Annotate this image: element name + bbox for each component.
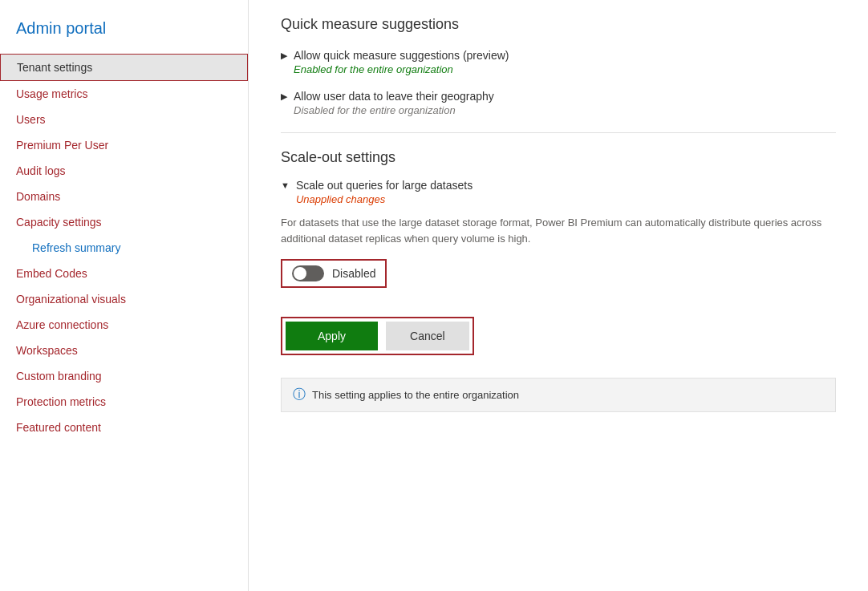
sidebar-item-protection-metrics[interactable]: Protection metrics [0,389,248,415]
toggle-container: Disabled [281,259,387,288]
apply-button[interactable]: Apply [286,322,378,350]
quick-measure-item-2-title: Allow user data to leave their geography [294,90,494,103]
scale-out-item: ▼ Scale out queries for large datasets U… [281,179,836,205]
scale-out-section: Scale-out settings ▼ Scale out queries f… [281,149,836,412]
main-content: Quick measure suggestions ▶ Allow quick … [249,0,868,591]
info-bar: ⓘ This setting applies to the entire org… [281,378,836,412]
scale-out-description: For datasets that use the large dataset … [281,215,836,246]
expand-icon-1[interactable]: ▶ [281,51,287,61]
unapplied-changes-label: Unapplied changes [296,193,473,205]
scale-out-toggle[interactable] [292,265,324,281]
sidebar-item-organizational-visuals[interactable]: Organizational visuals [0,286,248,312]
toggle-label: Disabled [332,267,375,280]
quick-measure-title: Quick measure suggestions [281,16,836,33]
section-divider [281,132,836,133]
quick-measure-item-2-status: Disabled for the entire organization [294,104,494,116]
sidebar-item-premium-per-user[interactable]: Premium Per User [0,132,248,158]
collapse-icon[interactable]: ▼ [281,180,290,190]
sidebar-item-refresh-summary[interactable]: Refresh summary [0,235,248,261]
sidebar-item-workspaces[interactable]: Workspaces [0,338,248,363]
app-title: Admin portal [0,13,248,54]
sidebar-item-domains[interactable]: Domains [0,184,248,209]
sidebar-item-audit-logs[interactable]: Audit logs [0,158,248,184]
sidebar: Admin portal Tenant settings Usage metri… [0,0,249,591]
sidebar-item-featured-content[interactable]: Featured content [0,415,248,440]
sidebar-item-tenant-settings[interactable]: Tenant settings [0,54,248,81]
quick-measure-section: Quick measure suggestions ▶ Allow quick … [281,16,836,116]
sidebar-item-usage-metrics[interactable]: Usage metrics [0,81,248,107]
sidebar-item-embed-codes[interactable]: Embed Codes [0,261,248,286]
quick-measure-item-1-title: Allow quick measure suggestions (preview… [294,49,509,62]
sidebar-item-capacity-settings[interactable]: Capacity settings [0,209,248,235]
info-icon: ⓘ [293,387,306,403]
scale-out-title: Scale-out settings [281,149,836,166]
sidebar-item-custom-branding[interactable]: Custom branding [0,363,248,389]
action-buttons: Apply Cancel [281,317,474,355]
sidebar-item-users[interactable]: Users [0,107,248,132]
quick-measure-item-1: ▶ Allow quick measure suggestions (previ… [281,49,836,75]
quick-measure-item-1-status: Enabled for the entire organization [294,63,509,75]
quick-measure-item-2: ▶ Allow user data to leave their geograp… [281,90,836,116]
info-text: This setting applies to the entire organ… [312,389,519,401]
sidebar-item-azure-connections[interactable]: Azure connections [0,312,248,338]
scale-out-item-title: Scale out queries for large datasets [296,179,473,192]
cancel-button[interactable]: Cancel [386,322,469,350]
expand-icon-2[interactable]: ▶ [281,91,287,102]
